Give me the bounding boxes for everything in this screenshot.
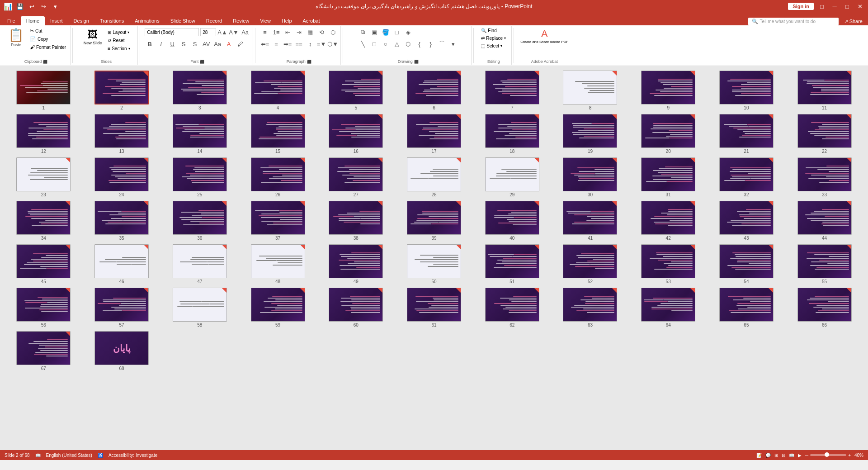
slide-item-28[interactable]: 28 [397, 157, 471, 197]
slide-item-4[interactable]: 4 [241, 71, 315, 110]
slide-item-34[interactable]: 34 [7, 201, 80, 241]
tab-record[interactable]: Record [201, 16, 227, 25]
drawing-expand-icon[interactable]: ⬛ [414, 60, 419, 64]
slide-item-37[interactable]: 37 [241, 201, 315, 241]
notes-button[interactable]: 📝 [756, 453, 762, 458]
slide-item-61[interactable]: 61 [397, 288, 471, 328]
change-case-button[interactable]: Aa [212, 39, 222, 49]
clear-format-button[interactable]: Aa [240, 27, 250, 37]
new-slide-button[interactable]: 🖼 New Slide [81, 27, 105, 47]
slide-sorter-button[interactable]: ⊟ [782, 453, 785, 458]
font-name-input[interactable] [145, 28, 199, 36]
minimize-button[interactable]: ─ [830, 2, 839, 11]
slide-item-38[interactable]: 38 [319, 201, 393, 241]
columns-button[interactable]: ▦ [305, 27, 315, 37]
slide-item-57[interactable]: 57 [85, 288, 159, 328]
slide-item-50[interactable]: 50 [397, 244, 471, 284]
shape7[interactable]: } [426, 39, 436, 49]
font-color-button[interactable]: A [224, 39, 234, 49]
comments-button[interactable]: 💬 [765, 453, 771, 458]
slide-item-6[interactable]: 6 [397, 71, 471, 110]
layout-button[interactable]: ⊞ Layout ▾ [106, 29, 131, 36]
slide-item-62[interactable]: 62 [475, 288, 549, 328]
font-expand-icon[interactable]: ⬛ [200, 60, 204, 64]
justify-button[interactable]: ≡≡ [294, 39, 304, 49]
slide-item-44[interactable]: 44 [788, 201, 861, 241]
shadow-button[interactable]: S [190, 39, 200, 49]
arrange-button[interactable]: ⧉ [358, 27, 368, 37]
slide-item-41[interactable]: 41 [553, 201, 627, 241]
zoom-slider[interactable] [810, 454, 846, 456]
share-button[interactable]: ↗ Share [844, 19, 863, 24]
slide-item-21[interactable]: 21 [710, 114, 783, 154]
zoom-level[interactable]: 40% [854, 453, 863, 458]
slide-item-1[interactable]: 1 [7, 71, 80, 110]
char-space-button[interactable]: AV [201, 39, 211, 49]
slide-item-16[interactable]: 16 [319, 114, 393, 154]
format-painter-button[interactable]: 🖌 Format Painter [28, 43, 67, 51]
section-button[interactable]: ≡ Section ▾ [106, 45, 131, 52]
slide-item-45[interactable]: 45 [7, 244, 80, 284]
tab-transitions[interactable]: Transitions [94, 16, 129, 25]
copy-button[interactable]: 📄 Copy [28, 35, 67, 43]
slide-item-24[interactable]: 24 [85, 157, 159, 197]
align-left-button[interactable]: ⬅≡ [260, 39, 270, 49]
slide-item-18[interactable]: 18 [475, 114, 549, 154]
paste-button[interactable]: 📋 Paste [5, 27, 28, 49]
slide-item-54[interactable]: 54 [710, 244, 783, 284]
slide-item-5[interactable]: 5 [319, 71, 393, 110]
slide-item-68[interactable]: پایان68 [85, 331, 159, 371]
slide-item-20[interactable]: 20 [632, 114, 705, 154]
shape-outline-button[interactable]: □ [392, 27, 402, 37]
underline-button[interactable]: U [167, 39, 177, 49]
ribbon-display-icon[interactable]: □ [817, 2, 826, 11]
slide-item-2[interactable]: 2 [85, 71, 159, 110]
paragraph-expand-icon[interactable]: ⬛ [307, 60, 311, 64]
tab-review[interactable]: Review [227, 16, 255, 25]
slide-item-63[interactable]: 63 [553, 288, 627, 328]
convert-smartart2-button[interactable]: ⬡▼ [328, 39, 338, 49]
italic-button[interactable]: I [156, 39, 166, 49]
slide-item-51[interactable]: 51 [475, 244, 549, 284]
tab-design[interactable]: Design [68, 16, 94, 25]
cut-button[interactable]: ✂ Cut [28, 27, 67, 35]
line-spacing-button[interactable]: ↕ [305, 39, 315, 49]
increase-indent-button[interactable]: ⇥ [294, 27, 304, 37]
slide-item-56[interactable]: 56 [7, 288, 80, 328]
slide-item-64[interactable]: 64 [632, 288, 705, 328]
slide-item-40[interactable]: 40 [475, 201, 549, 241]
shape4[interactable]: △ [392, 39, 402, 49]
font-size-increase-button[interactable]: A▲ [217, 27, 227, 37]
slide-item-8[interactable]: 8 [553, 71, 627, 110]
slide-item-32[interactable]: 32 [710, 157, 783, 197]
slide-item-53[interactable]: 53 [632, 244, 705, 284]
slide-item-17[interactable]: 17 [397, 114, 471, 154]
normal-view-button[interactable]: ⊞ [774, 453, 778, 458]
reading-view-button[interactable]: 📖 [789, 453, 794, 458]
slide-item-39[interactable]: 39 [397, 201, 471, 241]
slide-item-59[interactable]: 59 [241, 288, 315, 328]
slide-item-9[interactable]: 9 [632, 71, 705, 110]
tab-file[interactable]: File [2, 16, 21, 25]
slide-item-30[interactable]: 30 [553, 157, 627, 197]
convert-smartart-button[interactable]: ⬡ [328, 27, 338, 37]
select-button[interactable]: ⬚ Select ▾ [480, 43, 504, 49]
slide-item-67[interactable]: 67 [7, 331, 80, 371]
slide-item-46[interactable]: 46 [85, 244, 159, 284]
slide-item-19[interactable]: 19 [553, 114, 627, 154]
tab-help[interactable]: Help [276, 16, 297, 25]
bullets-button[interactable]: ≡ [260, 27, 270, 37]
slide-item-14[interactable]: 14 [163, 114, 236, 154]
shape5[interactable]: ⬡ [403, 39, 413, 49]
maximize-button[interactable]: □ [843, 2, 852, 11]
replace-button[interactable]: ⇄ Replace ▾ [480, 35, 507, 42]
reset-button[interactable]: ↺ Reset [106, 37, 131, 44]
slide-item-27[interactable]: 27 [319, 157, 393, 197]
font-size-decrease-button[interactable]: A▼ [229, 27, 239, 37]
slide-item-35[interactable]: 35 [85, 201, 159, 241]
numbering-button[interactable]: 1≡ [271, 27, 281, 37]
zoom-in-button[interactable]: + [848, 453, 851, 458]
highlight-button[interactable]: 🖊 [235, 39, 245, 49]
slide-item-33[interactable]: 33 [788, 157, 861, 197]
slide-item-15[interactable]: 15 [241, 114, 315, 154]
